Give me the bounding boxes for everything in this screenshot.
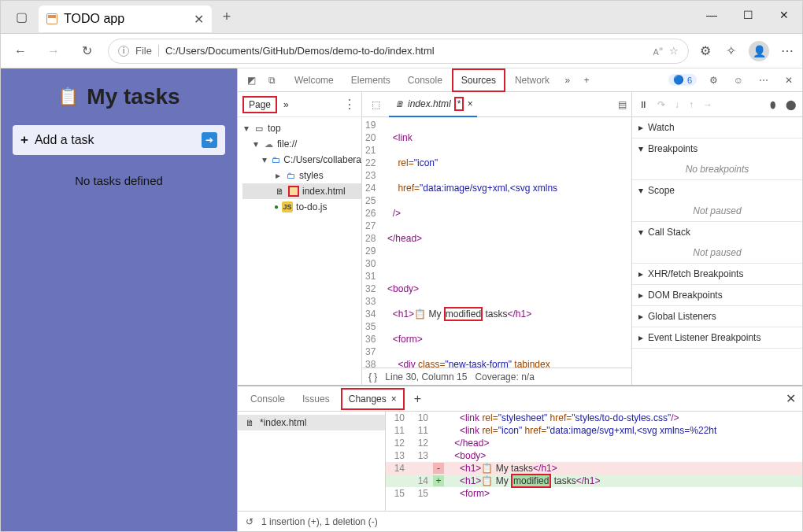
sources-navigator: Page » ⋮ ▾▭top ▾☁file:// ▾🗀C:/Users/coll…: [238, 92, 362, 385]
devtools-drawer: Console Issues Changes× + ✕ 🗎*index.html…: [238, 385, 802, 531]
tree-top[interactable]: ▾▭top: [242, 120, 361, 136]
step-over-icon: ↷: [657, 99, 665, 110]
browser-tab[interactable]: TODO app ✕: [39, 6, 212, 32]
drawer-tab-changes[interactable]: Changes×: [341, 388, 405, 410]
line-gutter: 1920212223242526272829303132333435363738…: [362, 117, 382, 368]
section-scope[interactable]: ▾ Scope: [632, 180, 802, 201]
settings-gear-icon[interactable]: ⚙: [698, 43, 712, 58]
issues-badge[interactable]: 🔵 6: [668, 74, 697, 86]
profile-avatar[interactable]: 👤: [749, 41, 769, 61]
drawer-add-icon[interactable]: +: [414, 392, 421, 406]
tab-network[interactable]: Network: [507, 70, 557, 91]
page-title: 📋My tasks: [57, 84, 179, 109]
tab-welcome[interactable]: Welcome: [287, 70, 342, 91]
editor-status: { } Line 30, Column 15 Coverage: n/a: [362, 368, 631, 385]
browser-titlebar: ▢ TODO app ✕ + — ☐ ✕: [1, 1, 802, 34]
tree-folder[interactable]: ▾🗀C:/Users/collabera: [242, 152, 361, 168]
navigator-more-icon[interactable]: »: [283, 99, 289, 110]
back-button[interactable]: ←: [9, 39, 32, 63]
deactivate-bp-icon[interactable]: ⬮: [770, 99, 776, 110]
debugger-sidebar: ⏸ ↷ ↓ ↑ → ⬮ ⬤ ▸ Watch ▾ BreakpointsNo br…: [632, 92, 802, 385]
url-scheme: File: [135, 45, 159, 57]
new-tab-button[interactable]: +: [215, 5, 239, 28]
tab-sources[interactable]: Sources: [452, 68, 505, 92]
close-window-button[interactable]: ✕: [766, 1, 802, 29]
file-tree: ▾▭top ▾☁file:// ▾🗀C:/Users/collabera ▸🗀s…: [238, 117, 361, 218]
devtools: ◩ ⧉ Welcome Elements Console Sources Net…: [237, 68, 802, 531]
tab-title: TODO app: [64, 12, 124, 26]
devtools-menu-icon[interactable]: ⋯: [755, 72, 772, 89]
section-dom[interactable]: ▸ DOM Breakpoints: [632, 285, 802, 305]
section-xhr[interactable]: ▸ XHR/fetch Breakpoints: [632, 264, 802, 284]
step-icon: →: [703, 99, 712, 110]
tree-file-origin[interactable]: ▾☁file://: [242, 136, 361, 152]
close-tab-icon[interactable]: ✕: [194, 12, 204, 27]
inspect-icon[interactable]: ◩: [242, 72, 260, 89]
section-global[interactable]: ▸ Global Listeners: [632, 306, 802, 327]
source-editor: ⬚ 🗎index.html * × ▤ 19202122232425262728…: [362, 92, 632, 385]
feedback-icon[interactable]: ☺: [730, 72, 747, 89]
section-event[interactable]: ▸ Event Listener Breakpoints: [632, 327, 802, 348]
add-task-input[interactable]: + Add a task ➔: [13, 125, 225, 155]
drawer-tab-console[interactable]: Console: [244, 390, 291, 408]
tree-index-html[interactable]: 🗎index.html: [242, 183, 361, 199]
changes-file[interactable]: 🗎*index.html: [238, 415, 385, 430]
collections-icon[interactable]: ✧: [723, 43, 738, 58]
tree-todo-js[interactable]: ●JSto-do.js: [242, 199, 361, 215]
address-bar: ← → ↻ i File C:/Users/Documents/GitHub/D…: [1, 34, 802, 68]
todo-favicon-icon: [46, 13, 57, 24]
navigator-page-tab[interactable]: Page: [242, 96, 277, 113]
add-tab-icon[interactable]: +: [578, 72, 595, 89]
editor-more-icon[interactable]: ▤: [618, 99, 627, 110]
pause-exception-icon[interactable]: ⬤: [786, 99, 796, 110]
clipboard-icon: 📋: [57, 87, 79, 107]
drawer-tab-issues[interactable]: Issues: [296, 390, 336, 408]
editor-file-tab[interactable]: 🗎index.html * ×: [389, 92, 477, 117]
editor-nav-icon[interactable]: ⬚: [367, 96, 384, 113]
url-box[interactable]: i File C:/Users/Documents/GitHub/Demos/d…: [108, 39, 689, 64]
minimize-button[interactable]: —: [694, 1, 730, 29]
device-icon[interactable]: ⧉: [263, 72, 280, 89]
devtools-tabstrip: ◩ ⧉ Welcome Elements Console Sources Net…: [238, 68, 802, 92]
tab-console[interactable]: Console: [400, 70, 450, 91]
more-icon[interactable]: ⋯: [780, 43, 794, 58]
close-devtools-icon[interactable]: ✕: [780, 72, 797, 89]
maximize-button[interactable]: ☐: [730, 1, 766, 29]
rendered-page: 📋My tasks + Add a task ➔ No tasks define…: [1, 68, 237, 531]
add-task-placeholder: Add a task: [35, 133, 94, 147]
plus-icon: +: [20, 132, 28, 148]
close-drawer-tab-icon[interactable]: ×: [391, 393, 397, 405]
empty-state: No tasks defined: [75, 174, 163, 187]
close-file-tab-icon[interactable]: ×: [467, 98, 472, 109]
changes-status: ↺ 1 insertion (+), 1 deletion (-): [238, 511, 802, 531]
pause-icon[interactable]: ⏸: [638, 99, 648, 110]
revert-icon[interactable]: ↺: [246, 516, 253, 527]
code-area[interactable]: <link rel="icon" href="data:image/svg+xm…: [382, 117, 631, 368]
section-callstack[interactable]: ▾ Call Stack: [632, 222, 802, 242]
tab-elements[interactable]: Elements: [343, 70, 398, 91]
tree-styles[interactable]: ▸🗀styles: [242, 168, 361, 183]
navigator-menu-icon[interactable]: ⋮: [343, 97, 357, 112]
section-breakpoints[interactable]: ▾ Breakpoints: [632, 139, 802, 159]
url-path: C:/Users/Documents/GitHub/Demos/demo-to-…: [165, 45, 435, 57]
refresh-button[interactable]: ↻: [75, 39, 98, 63]
devtools-settings-icon[interactable]: ⚙: [705, 72, 722, 89]
section-watch[interactable]: ▸ Watch: [632, 117, 802, 138]
close-drawer-icon[interactable]: ✕: [786, 391, 796, 406]
diff-view[interactable]: 1010 <link rel="stylesheet" href="styles…: [386, 412, 802, 511]
more-tabs-icon[interactable]: »: [559, 72, 576, 89]
favorite-icon[interactable]: ☆: [669, 45, 679, 57]
window-controls: — ☐ ✕: [694, 1, 802, 29]
submit-task-button[interactable]: ➔: [202, 132, 217, 148]
modified-indicator-icon: [288, 186, 299, 197]
site-info-icon[interactable]: i: [118, 46, 129, 57]
tab-actions-icon[interactable]: ▢: [7, 1, 35, 32]
step-into-icon: ↓: [675, 99, 679, 110]
forward-button: →: [42, 39, 65, 63]
changes-file-list: 🗎*index.html: [238, 412, 386, 511]
step-out-icon: ↑: [689, 99, 694, 110]
